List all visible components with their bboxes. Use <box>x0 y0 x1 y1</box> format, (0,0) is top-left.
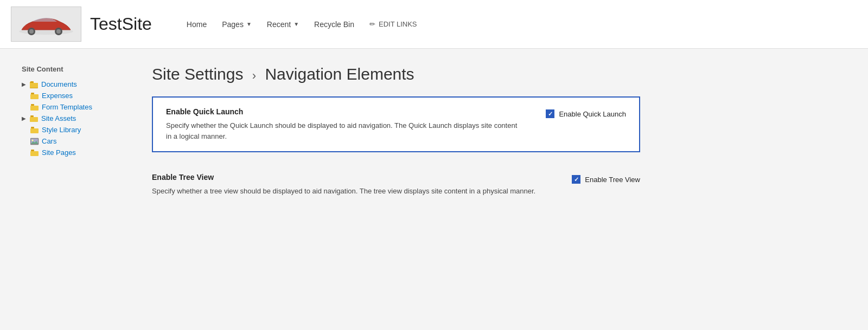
nav-recycle-bin[interactable]: Recycle Bin <box>307 0 362 49</box>
header: TestSite Home Pages ▼ Recent ▼ Recycle B… <box>0 0 868 49</box>
svg-rect-7 <box>30 83 38 88</box>
sidebar: Site Content ▶ Documents <box>0 65 119 314</box>
svg-rect-13 <box>30 117 38 122</box>
folder-icon <box>30 115 39 122</box>
section-description: Specify whether the Quick Launch should … <box>166 120 524 141</box>
page-title: Site Settings › Navigation Elements <box>152 65 835 83</box>
svg-rect-21 <box>30 151 39 156</box>
svg-rect-22 <box>31 150 34 151</box>
recent-chevron-icon: ▼ <box>293 21 299 27</box>
svg-rect-9 <box>30 94 39 99</box>
main-content: Site Content ▶ Documents <box>0 49 868 330</box>
section-inner: Enable Quick Launch Specify whether the … <box>166 107 626 141</box>
site-title: TestSite <box>90 14 152 34</box>
svg-rect-14 <box>30 115 34 117</box>
section-inner: Enable Tree View Specify whether a tree … <box>152 173 640 197</box>
section-label: Enable Quick Launch <box>166 107 524 116</box>
sidebar-label: Cars <box>42 137 56 145</box>
svg-rect-11 <box>30 106 39 111</box>
nav-pages[interactable]: Pages ▼ <box>214 0 259 49</box>
tree-view-checkbox[interactable] <box>572 175 580 184</box>
sidebar-label: Site Pages <box>42 148 76 157</box>
sidebar-heading: Site Content <box>22 65 119 73</box>
sidebar-label: Expenses <box>42 92 73 100</box>
sidebar-item-style-library[interactable]: Style Library <box>22 124 119 135</box>
quick-launch-checkbox[interactable] <box>546 109 554 118</box>
sidebar-label: Site Assets <box>41 114 76 122</box>
svg-rect-15 <box>30 128 39 133</box>
folder-icon <box>30 81 39 88</box>
section-text: Enable Quick Launch Specify whether the … <box>166 107 546 141</box>
sidebar-item-site-assets[interactable]: ▶ Site Assets <box>22 113 119 124</box>
svg-rect-12 <box>31 104 34 106</box>
sidebar-label: Documents <box>41 80 77 88</box>
nav-home[interactable]: Home <box>179 0 214 49</box>
section-text: Enable Tree View Specify whether a tree … <box>152 173 572 197</box>
site-logo <box>11 7 81 42</box>
sidebar-label: Form Templates <box>42 103 92 111</box>
content-area: Site Settings › Navigation Elements Enab… <box>119 65 868 314</box>
folder-icon <box>30 103 39 111</box>
expand-arrow-icon: ▶ <box>22 115 26 121</box>
svg-rect-8 <box>30 81 34 83</box>
section-control: Enable Tree View <box>572 173 640 184</box>
expand-arrow-icon: ▶ <box>22 81 26 87</box>
section-label: Enable Tree View <box>152 173 550 182</box>
sidebar-item-site-pages[interactable]: Site Pages <box>22 147 119 158</box>
section-control: Enable Quick Launch <box>546 107 626 118</box>
svg-point-20 <box>32 139 34 141</box>
folder-icon <box>30 92 39 100</box>
svg-point-2 <box>29 29 34 34</box>
section-description: Specify whether a tree view should be di… <box>152 186 550 197</box>
sidebar-item-form-templates[interactable]: Form Templates <box>22 101 119 113</box>
svg-point-4 <box>56 29 61 34</box>
folder-icon <box>30 126 39 134</box>
nav-recent[interactable]: Recent ▼ <box>259 0 307 49</box>
quick-launch-section: Enable Quick Launch Specify whether the … <box>152 96 640 152</box>
quick-launch-checkbox-label: Enable Quick Launch <box>559 110 626 118</box>
tree-view-section: Enable Tree View Specify whether a tree … <box>152 163 640 206</box>
folder-icon <box>30 149 39 157</box>
svg-rect-16 <box>31 127 34 128</box>
sidebar-item-documents[interactable]: ▶ Documents <box>22 79 119 90</box>
breadcrumb-separator: › <box>252 69 256 82</box>
pencil-icon: ✏ <box>369 20 375 28</box>
pages-chevron-icon: ▼ <box>246 21 252 27</box>
nav-edit-links[interactable]: ✏ EDIT LINKS <box>362 0 425 49</box>
image-library-icon <box>30 138 39 145</box>
nav-bar: Home Pages ▼ Recent ▼ Recycle Bin ✏ EDIT… <box>179 0 425 49</box>
svg-rect-10 <box>31 93 34 94</box>
sidebar-item-cars[interactable]: Cars <box>22 135 119 147</box>
logo-area: TestSite <box>11 7 168 42</box>
tree-view-checkbox-label: Enable Tree View <box>585 176 640 184</box>
sidebar-item-expenses[interactable]: Expenses <box>22 90 119 101</box>
sidebar-label: Style Library <box>42 126 81 134</box>
